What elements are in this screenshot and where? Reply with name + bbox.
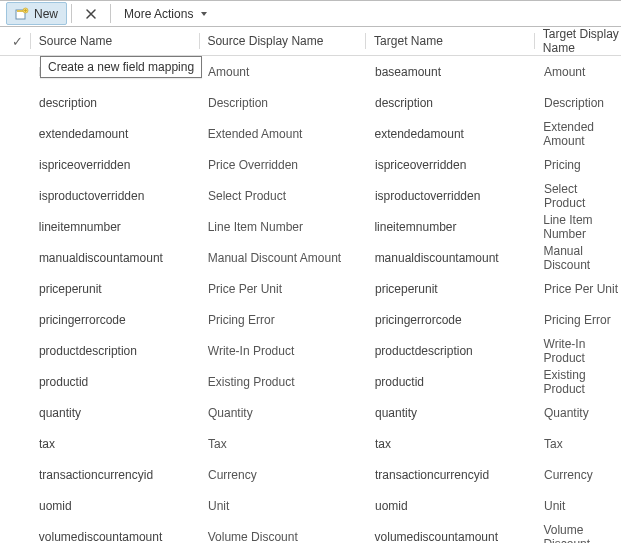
table-row[interactable]: ispriceoverriddenPrice Overriddenisprice… xyxy=(0,149,621,180)
cell-target-name: lineitemnumber xyxy=(374,220,534,234)
table-row[interactable]: productidExisting ProductproductidExisti… xyxy=(0,366,621,397)
cell-target-display: Pricing xyxy=(544,158,621,172)
delete-icon xyxy=(85,8,97,20)
cell-source-display: Currency xyxy=(208,468,366,482)
table-row[interactable]: priceperunitPrice Per UnitpriceperunitPr… xyxy=(0,273,621,304)
grid-header: ✓ Source Name Source Display Name Target… xyxy=(0,27,621,56)
toolbar: New More Actions xyxy=(0,1,621,27)
cell-target-display: Amount xyxy=(544,65,621,79)
separator xyxy=(110,4,111,23)
cell-target-name: priceperunit xyxy=(375,282,535,296)
cell-target-display: Volume Discount xyxy=(543,523,621,544)
table-row[interactable]: descriptionDescriptiondescriptionDescrip… xyxy=(0,87,621,118)
column-separator xyxy=(30,33,31,49)
cell-target-display: Tax xyxy=(544,437,621,451)
table-row[interactable]: lineitemnumberLine Item Numberlineitemnu… xyxy=(0,211,621,242)
select-all-checkbox[interactable]: ✓ xyxy=(8,34,30,49)
cell-target-name: manualdiscountamount xyxy=(375,251,535,265)
tooltip: Create a new field mapping xyxy=(40,56,202,78)
cell-source-name: extendedamount xyxy=(39,127,199,141)
table-row[interactable]: taxTaxtaxTax xyxy=(0,428,621,459)
col-target-display[interactable]: Target Display Name xyxy=(543,27,621,55)
cell-target-display: Unit xyxy=(544,499,621,513)
cell-source-name: manualdiscountamount xyxy=(39,251,199,265)
cell-target-name: productdescription xyxy=(375,344,535,358)
cell-source-display: Volume Discount xyxy=(208,530,366,544)
cell-source-display: Existing Product xyxy=(208,375,366,389)
cell-source-display: Price Per Unit xyxy=(208,282,366,296)
cell-source-display: Amount xyxy=(208,65,366,79)
cell-source-name: lineitemnumber xyxy=(39,220,199,234)
cell-target-display: Existing Product xyxy=(544,368,621,396)
column-separator xyxy=(534,33,535,49)
cell-target-name: pricingerrorcode xyxy=(375,313,535,327)
col-source-display[interactable]: Source Display Name xyxy=(207,34,365,48)
checkmark-icon: ✓ xyxy=(12,34,26,49)
col-target-name[interactable]: Target Name xyxy=(374,34,534,48)
window: New More Actions ✓ Source Name Source Di… xyxy=(0,0,621,543)
cell-source-display: Quantity xyxy=(208,406,366,420)
table-row[interactable]: transactioncurrencyidCurrencytransaction… xyxy=(0,459,621,490)
cell-source-name: priceperunit xyxy=(39,282,199,296)
grid-body: baseamountAmountbaseamountAmountdescript… xyxy=(0,56,621,543)
cell-target-display: Select Product xyxy=(544,182,621,210)
cell-target-display: Line Item Number xyxy=(543,213,621,241)
table-row[interactable]: uomidUnituomidUnit xyxy=(0,490,621,521)
table-row[interactable]: volumediscountamountVolume Discountvolum… xyxy=(0,521,621,543)
delete-button[interactable] xyxy=(76,1,106,26)
table-row[interactable]: isproductoverriddenSelect Productisprodu… xyxy=(0,180,621,211)
cell-source-name: uomid xyxy=(39,499,199,513)
cell-source-display: Extended Amount xyxy=(208,127,366,141)
cell-target-display: Pricing Error xyxy=(544,313,621,327)
new-button[interactable]: New xyxy=(6,2,67,25)
cell-source-name: productid xyxy=(39,375,199,389)
cell-target-display: Quantity xyxy=(544,406,621,420)
separator xyxy=(71,4,72,23)
cell-source-display: Pricing Error xyxy=(208,313,366,327)
cell-source-name: quantity xyxy=(39,406,199,420)
cell-target-name: description xyxy=(375,96,535,110)
new-label: New xyxy=(34,7,58,21)
cell-source-display: Write-In Product xyxy=(208,344,366,358)
cell-source-name: transactioncurrencyid xyxy=(39,468,199,482)
cell-target-name: quantity xyxy=(375,406,535,420)
grid: ✓ Source Name Source Display Name Target… xyxy=(0,27,621,543)
cell-target-display: Description xyxy=(544,96,621,110)
cell-source-display: Unit xyxy=(208,499,366,513)
table-row[interactable]: productdescriptionWrite-In Productproduc… xyxy=(0,335,621,366)
cell-target-name: ispriceoverridden xyxy=(375,158,535,172)
cell-source-display: Select Product xyxy=(208,189,366,203)
more-actions-button[interactable]: More Actions xyxy=(115,1,216,26)
cell-source-name: productdescription xyxy=(39,344,199,358)
chevron-down-icon xyxy=(201,12,207,16)
column-separator xyxy=(365,33,366,49)
cell-source-name: volumediscountamount xyxy=(39,530,199,544)
cell-target-name: uomid xyxy=(375,499,535,513)
cell-source-name: description xyxy=(39,96,199,110)
cell-source-display: Tax xyxy=(208,437,366,451)
col-source-name[interactable]: Source Name xyxy=(39,34,199,48)
table-row[interactable]: extendedamountExtended Amountextendedamo… xyxy=(0,118,621,149)
cell-source-display: Description xyxy=(208,96,366,110)
cell-source-display: Price Overridden xyxy=(208,158,366,172)
cell-source-display: Line Item Number xyxy=(208,220,366,234)
table-row[interactable]: quantityQuantityquantityQuantity xyxy=(0,397,621,428)
cell-source-name: pricingerrorcode xyxy=(39,313,199,327)
new-entity-icon xyxy=(15,7,29,21)
cell-target-name: transactioncurrencyid xyxy=(375,468,535,482)
cell-target-name: baseamount xyxy=(375,65,535,79)
more-actions-label: More Actions xyxy=(124,7,193,21)
cell-source-name: isproductoverridden xyxy=(39,189,199,203)
table-row[interactable]: pricingerrorcodePricing Errorpricingerro… xyxy=(0,304,621,335)
cell-target-display: Write-In Product xyxy=(544,337,621,365)
cell-target-name: volumediscountamount xyxy=(375,530,535,544)
cell-source-display: Manual Discount Amount xyxy=(208,251,366,265)
cell-target-display: Currency xyxy=(544,468,621,482)
cell-target-name: extendedamount xyxy=(374,127,534,141)
cell-target-display: Price Per Unit xyxy=(544,282,621,296)
table-row[interactable]: manualdiscountamountManual Discount Amou… xyxy=(0,242,621,273)
cell-source-name: ispriceoverridden xyxy=(39,158,199,172)
cell-source-name: tax xyxy=(39,437,199,451)
column-separator xyxy=(199,33,200,49)
cell-target-name: tax xyxy=(375,437,535,451)
